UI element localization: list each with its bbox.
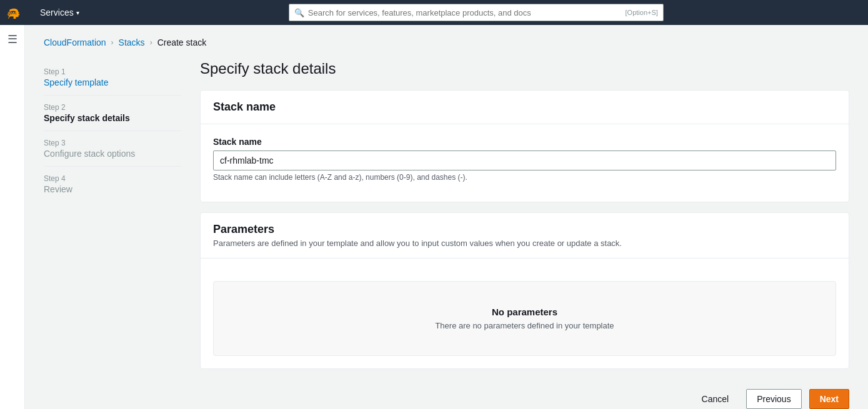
next-button[interactable]: Next — [809, 389, 849, 409]
breadcrumb-current: Create stack — [157, 37, 207, 47]
services-menu[interactable]: Services ▾ — [35, 5, 84, 20]
breadcrumb-sep-2: › — [150, 38, 152, 47]
breadcrumb-sep-1: › — [111, 38, 114, 47]
step-3-label: Configure stack options — [44, 149, 135, 159]
step-4-label: Review — [44, 184, 72, 194]
stack-name-card-body: Stack name Stack name can include letter… — [201, 124, 849, 202]
stack-name-card-header: Stack name — [201, 91, 849, 124]
previous-button[interactable]: Previous — [746, 389, 801, 409]
parameters-card-title: Parameters — [213, 223, 836, 236]
footer-actions: Cancel Previous Next — [200, 379, 849, 409]
search-shortcut: [Option+S] — [626, 9, 658, 16]
breadcrumb-stacks[interactable]: Stacks — [119, 37, 145, 47]
stack-name-hint: Stack name can include letters (A-Z and … — [213, 173, 836, 182]
stack-name-label: Stack name — [213, 137, 836, 147]
stack-name-input[interactable] — [213, 150, 836, 170]
step-3-number: Step 3 — [44, 139, 181, 147]
step-1-number: Step 1 — [44, 67, 181, 76]
stack-name-card-title: Stack name — [213, 101, 836, 114]
steps-panel: Step 1 Specify template Step 2 Specify s… — [44, 60, 181, 409]
step-3-item: Step 3 Configure stack options — [44, 131, 181, 167]
svg-text:aws: aws — [7, 10, 20, 17]
search-bar: 🔍 [Option+S] — [289, 4, 664, 21]
step-2-label: Specify stack details — [44, 113, 130, 123]
parameters-card-header: Parameters Parameters are defined in you… — [201, 213, 849, 259]
stack-name-card: Stack name Stack name Stack name can inc… — [200, 90, 849, 202]
main-content: CloudFormation › Stacks › Create stack S… — [25, 25, 868, 409]
services-label: Services — [40, 7, 74, 17]
breadcrumb-cloudformation[interactable]: CloudFormation — [44, 37, 106, 47]
aws-logo: aws — [7, 6, 27, 19]
form-area: Specify stack details Stack name Stack n… — [200, 60, 849, 409]
step-1-item: Step 1 Specify template — [44, 60, 181, 96]
no-params-title: No parameters — [226, 307, 823, 317]
page-title: Specify stack details — [200, 60, 849, 77]
step-2-number: Step 2 — [44, 103, 181, 112]
cancel-button[interactable]: Cancel — [692, 389, 739, 409]
sidebar-toggle: ☰ — [0, 25, 25, 409]
chevron-down-icon: ▾ — [76, 9, 79, 16]
breadcrumb: CloudFormation › Stacks › Create stack — [44, 37, 849, 47]
search-input[interactable] — [308, 8, 621, 17]
step-4-item: Step 4 Review — [44, 167, 181, 202]
hamburger-icon[interactable]: ☰ — [7, 32, 17, 46]
parameters-card-body: No parameters There are no parameters de… — [201, 259, 849, 368]
step-1-label[interactable]: Specify template — [44, 77, 109, 87]
parameters-description: Parameters are defined in your template … — [213, 239, 836, 248]
no-params-sub: There are no parameters defined in your … — [226, 321, 823, 330]
step-4-number: Step 4 — [44, 174, 181, 183]
top-nav: aws Services ▾ 🔍 [Option+S] — [0, 0, 868, 25]
no-params-area: No parameters There are no parameters de… — [213, 281, 836, 356]
search-icon: 🔍 — [294, 8, 304, 17]
stack-name-field: Stack name Stack name can include letter… — [213, 137, 836, 182]
step-2-item: Step 2 Specify stack details — [44, 96, 181, 131]
parameters-card: Parameters Parameters are defined in you… — [200, 212, 849, 369]
